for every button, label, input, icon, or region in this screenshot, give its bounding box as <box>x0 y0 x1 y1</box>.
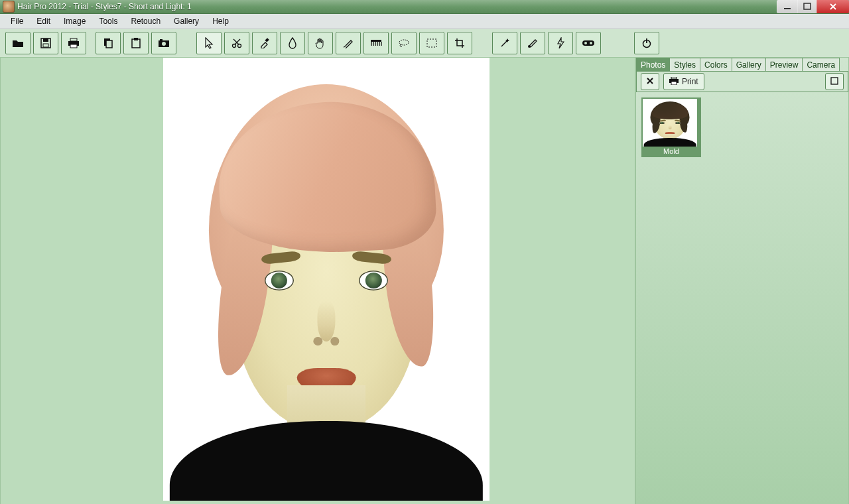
print-icon <box>669 77 679 87</box>
tab-photos[interactable]: Photos <box>636 58 670 71</box>
mask-tool[interactable] <box>576 32 601 54</box>
eyedropper-tool[interactable] <box>252 32 277 54</box>
marquee-tool[interactable] <box>419 32 444 54</box>
bolt-tool[interactable] <box>548 32 573 54</box>
print-photo-label: Print <box>682 77 698 86</box>
svg-point-19 <box>399 40 409 45</box>
power-icon <box>641 38 652 48</box>
menu-image[interactable]: Image <box>57 15 92 27</box>
svg-point-24 <box>590 42 592 44</box>
app-icon <box>3 1 15 13</box>
mask-icon <box>582 39 595 47</box>
svg-rect-7 <box>70 44 77 48</box>
menu-edit[interactable]: Edit <box>30 15 57 27</box>
open-icon <box>12 38 24 48</box>
svg-rect-3 <box>43 38 48 42</box>
svg-rect-14 <box>160 39 163 41</box>
crop-tool[interactable] <box>447 32 472 54</box>
comb-icon <box>370 38 382 48</box>
paste-icon <box>131 38 141 48</box>
svg-rect-11 <box>134 38 138 40</box>
hand-tool[interactable] <box>308 32 333 54</box>
tab-colors[interactable]: Colors <box>700 58 732 71</box>
brush-icon <box>342 38 354 48</box>
save-icon <box>40 38 51 48</box>
maximize-button[interactable] <box>797 0 816 13</box>
svg-point-21 <box>528 45 531 48</box>
paint-icon <box>527 38 538 48</box>
wand-icon <box>499 38 510 48</box>
menu-gallery[interactable]: Gallery <box>167 15 206 27</box>
pointer-icon <box>204 37 214 49</box>
copy-button[interactable] <box>96 32 121 54</box>
svg-rect-17 <box>265 38 269 42</box>
comb-tool[interactable] <box>363 32 389 54</box>
tab-gallery[interactable]: Gallery <box>732 58 766 71</box>
camera-icon <box>158 38 170 48</box>
canvas-pane[interactable] <box>0 58 635 504</box>
svg-point-13 <box>162 42 166 46</box>
minimize-button[interactable] <box>777 0 797 13</box>
svg-rect-4 <box>43 44 48 47</box>
side-tabstrip: Photos Styles Colors Gallery Preview Cam… <box>636 58 848 71</box>
droplet-tool[interactable] <box>280 32 305 54</box>
svg-rect-9 <box>106 40 112 48</box>
lasso-icon <box>398 38 410 48</box>
portrait-image <box>163 58 490 501</box>
bolt-icon <box>556 37 564 49</box>
svg-rect-22 <box>582 40 594 46</box>
side-panel-toolbar: Print <box>636 71 848 92</box>
print-icon <box>68 38 80 48</box>
svg-point-16 <box>238 44 241 48</box>
pointer-tool[interactable] <box>196 32 222 54</box>
svg-rect-27 <box>671 77 677 79</box>
svg-rect-30 <box>831 78 838 84</box>
svg-rect-5 <box>70 38 77 41</box>
close-button[interactable] <box>816 0 849 13</box>
print-button[interactable] <box>61 32 86 54</box>
crop-icon <box>454 38 465 48</box>
open-button[interactable] <box>5 32 31 54</box>
wand-tool[interactable] <box>492 32 517 54</box>
brush-tool[interactable] <box>336 32 361 54</box>
tab-preview[interactable]: Preview <box>765 58 803 71</box>
photo-thumb-label: Mold <box>643 147 700 156</box>
camera-button[interactable] <box>151 32 176 54</box>
paste-button[interactable] <box>123 32 149 54</box>
svg-rect-29 <box>671 82 677 85</box>
eyedropper-icon <box>259 38 270 48</box>
window-title: Hair Pro 2012 - Trial - Styles7 - Short … <box>17 2 192 11</box>
paint-tool[interactable] <box>520 32 545 54</box>
titlebar: Hair Pro 2012 - Trial - Styles7 - Short … <box>0 0 849 14</box>
menu-tools[interactable]: Tools <box>92 15 124 27</box>
lasso-tool[interactable] <box>391 32 417 54</box>
droplet-icon <box>288 37 297 49</box>
remove-photo-button[interactable] <box>641 73 659 90</box>
svg-rect-18 <box>371 40 381 42</box>
expand-icon <box>830 77 838 87</box>
scissor-tool[interactable] <box>224 32 249 54</box>
canvas[interactable] <box>163 58 490 501</box>
save-button[interactable] <box>33 32 58 54</box>
print-photo-button[interactable]: Print <box>663 73 704 90</box>
photo-thumbs: Mold <box>636 92 848 162</box>
menu-file[interactable]: File <box>4 15 30 27</box>
menu-help[interactable]: Help <box>206 15 235 27</box>
svg-rect-20 <box>427 39 436 47</box>
menu-retouch[interactable]: Retouch <box>124 15 167 27</box>
toolbar <box>0 29 849 58</box>
menubar: File Edit Image Tools Retouch Gallery He… <box>0 14 849 29</box>
side-panel: Photos Styles Colors Gallery Preview Cam… <box>635 58 849 504</box>
expand-panel-button[interactable] <box>825 73 844 90</box>
tab-camera[interactable]: Camera <box>802 58 840 71</box>
close-icon <box>646 77 654 87</box>
marquee-icon <box>426 38 437 48</box>
copy-icon <box>103 38 113 48</box>
svg-point-15 <box>233 44 236 48</box>
svg-rect-0 <box>784 8 791 9</box>
hand-icon <box>315 37 326 49</box>
power-button[interactable] <box>634 32 659 54</box>
tab-styles[interactable]: Styles <box>669 58 700 71</box>
svg-point-23 <box>584 42 587 44</box>
photo-thumb[interactable]: Mold <box>641 97 701 157</box>
